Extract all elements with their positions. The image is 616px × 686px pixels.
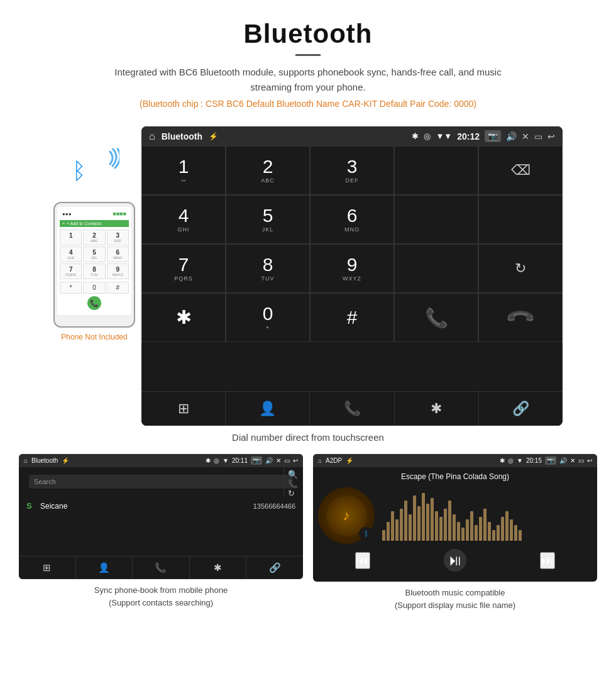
phonebook-screen: ⌂ Bluetooth ⚡ ✱ ◎ ▼ 20:11 📷 🔊 ✕ ▭ ↩ (19, 454, 303, 579)
dial-0: 0 (83, 282, 105, 294)
pb-back-icon[interactable]: ↩ (293, 457, 298, 464)
dial-key-star[interactable]: ✱ (141, 293, 226, 342)
dial-9: 9WXYZ (107, 263, 129, 279)
bluetooth-symbol: ᛒ (72, 158, 86, 184)
pb-win-icon[interactable]: ▭ (284, 457, 290, 464)
volume-icon[interactable]: 🔊 (506, 131, 517, 141)
pb-toolbar-contacts[interactable]: 👤 (76, 556, 133, 579)
dial-key-2[interactable]: 2ABC (226, 146, 310, 195)
dial-redial-cell[interactable]: ↻ (478, 244, 563, 293)
music-home-icon[interactable]: ⌂ (318, 457, 322, 464)
main-caption: Dial number direct from touchscreen (0, 432, 616, 443)
dial-key-1[interactable]: 1∾ (141, 146, 226, 195)
dial-star: * (60, 282, 82, 294)
dial-key-hash[interactable]: # (310, 293, 394, 342)
home-icon[interactable]: ⌂ (149, 131, 155, 142)
pb-cam-icon[interactable]: 📷 (251, 456, 262, 465)
dial-8: 8TUV (83, 263, 105, 279)
status-right: ✱ ◎ ▼▼ 20:12 📷 🔊 ✕ ▭ ↩ (412, 130, 555, 142)
usb-icon: ⚡ (209, 132, 218, 141)
ms-vol-icon[interactable]: 🔊 (559, 457, 567, 464)
dial-key-7[interactable]: 7PQRS (141, 244, 226, 293)
music-content: Escape (The Pina Colada Song) ♪ ᛒ (313, 467, 597, 582)
dial-key-0[interactable]: 0+ (226, 293, 310, 342)
ms-cam-icon[interactable]: 📷 (545, 456, 556, 465)
pb-close-icon[interactable]: ✕ (276, 457, 281, 464)
bottom-screenshots: ⌂ Bluetooth ⚡ ✱ ◎ ▼ 20:11 📷 🔊 ✕ ▭ ↩ (0, 454, 616, 624)
dial-4: 4GHI (60, 246, 82, 262)
pb-toolbar-bluetooth[interactable]: ✱ (190, 556, 247, 579)
bt-icon-small: ᛒ (364, 529, 368, 538)
camera-icon[interactable]: 📷 (485, 130, 501, 142)
bt-overlay-icon: ᛒ (359, 527, 373, 541)
music-controls: ⏮ ⏯ ⏭ (318, 544, 592, 577)
ms-back-icon[interactable]: ↩ (587, 457, 592, 464)
ms-time: 20:15 (526, 457, 542, 464)
phonebook-search-box[interactable]: Search (29, 475, 293, 489)
pb-vol-icon[interactable]: 🔊 (265, 457, 273, 464)
toolbar-dialpad[interactable]: ⊞ (141, 392, 226, 426)
dial-key-8[interactable]: 8TUV (226, 244, 310, 293)
dial-call-green[interactable]: 📞 (394, 293, 478, 342)
title-underline (295, 54, 321, 56)
dial-key-6[interactable]: 6MNO (310, 195, 394, 244)
toolbar-bluetooth[interactable]: ✱ (395, 392, 479, 426)
phonebook-home-icon[interactable]: ⌂ (24, 457, 28, 464)
location-icon: ◎ (424, 131, 431, 141)
dial-key-3[interactable]: 3DEF (310, 146, 394, 195)
phonebook-right-icons: 🔍 📞 ↻ (283, 467, 298, 496)
main-screen-section: ᛒ ●●● ■■■■ + + Add to Contacts (0, 126, 616, 426)
phone-call-button[interactable]: 📞 (87, 296, 101, 310)
status-time: 20:12 (457, 131, 480, 141)
music-screen: ⌂ A2DP ⚡ ✱ ◎ ▼ 20:15 📷 🔊 ✕ ▭ ↩ E (313, 454, 597, 582)
toolbar-contacts[interactable]: 👤 (226, 392, 310, 426)
music-waveform (382, 487, 592, 544)
music-note-icon: ♪ (343, 507, 350, 524)
phone-screen: ●●● ■■■■ + + Add to Contacts 1 2ABC 3DEF… (57, 207, 131, 315)
phonebook-contact-row[interactable]: S Seicane 13566664466 (19, 496, 303, 516)
back-icon[interactable]: ↩ (547, 131, 555, 141)
phonebook-status-right: ✱ ◎ ▼ 20:11 📷 🔊 ✕ ▭ ↩ (206, 456, 298, 465)
car-dialpad-screen: ⌂ Bluetooth ⚡ ✱ ◎ ▼▼ 20:12 📷 🔊 ✕ ▭ ↩ 1∾ (141, 126, 563, 426)
dial-call-red[interactable]: 📞 (478, 293, 563, 342)
dial-key-4[interactable]: 4GHI (141, 195, 226, 244)
pb-toolbar-calls[interactable]: 📞 (133, 556, 190, 579)
music-play-button[interactable]: ⏯ (444, 549, 466, 572)
pb-sig-icon: ▼ (223, 457, 229, 464)
ms-win-icon[interactable]: ▭ (578, 457, 584, 464)
window-icon[interactable]: ▭ (534, 131, 542, 141)
phone-green-bar: + + Add to Contacts (60, 220, 129, 227)
dial-display-empty-1 (394, 146, 478, 195)
phone-top-bar: ●●● ■■■■ (60, 209, 129, 218)
toolbar-link[interactable]: 🔗 (479, 392, 563, 426)
dialpad-grid: 1∾ 2ABC 3DEF ⌫ 4GHI 5JKL 6MNO (141, 146, 563, 391)
toolbar-calls[interactable]: 📞 (310, 392, 394, 426)
phone-illustration: ᛒ ●●● ■■■■ + + Add to Contacts (53, 145, 135, 341)
dial-backspace-cell[interactable]: ⌫ (478, 146, 563, 195)
phonebook-redial-icon[interactable]: ↻ (288, 489, 298, 498)
music-next-button[interactable]: ⏭ (540, 552, 555, 569)
bluetooth-wifi-graphic: ᛒ (69, 145, 119, 196)
pb-loc-icon: ◎ (214, 457, 219, 464)
pb-toolbar-link[interactable]: 🔗 (246, 556, 303, 579)
pb-bt-icon: ✱ (206, 457, 211, 464)
phonebook-caption: Sync phone-book from mobile phone (Suppo… (94, 584, 228, 609)
phonebook-screenshot-block: ⌂ Bluetooth ⚡ ✱ ◎ ▼ 20:11 📷 🔊 ✕ ▭ ↩ (19, 454, 303, 611)
pb-toolbar-dialpad[interactable]: ⊞ (19, 556, 76, 579)
dial-key-9[interactable]: 9WXYZ (310, 244, 394, 293)
music-prev-button[interactable]: ⏮ (355, 552, 370, 569)
music-screenshot-block: ⌂ A2DP ⚡ ✱ ◎ ▼ 20:15 📷 🔊 ✕ ▭ ↩ E (313, 454, 597, 611)
phonebook-search-icon[interactable]: 🔍 (288, 470, 298, 479)
car-status-bar: ⌂ Bluetooth ⚡ ✱ ◎ ▼▼ 20:12 📷 🔊 ✕ ▭ ↩ (141, 126, 563, 146)
dial-key-5[interactable]: 5JKL (226, 195, 310, 244)
signal-icon: ▼▼ (436, 131, 452, 141)
wifi-arcs-icon (91, 148, 119, 185)
page-title: Bluetooth (13, 19, 603, 49)
dial-1: 1 (60, 230, 82, 245)
phonebook-call-icon[interactable]: 📞 (288, 479, 298, 489)
music-title: A2DP (326, 457, 342, 464)
close-icon[interactable]: ✕ (522, 131, 529, 141)
car-toolbar: ⊞ 👤 📞 ✱ 🔗 (141, 391, 563, 426)
ms-close-icon[interactable]: ✕ (570, 457, 575, 464)
song-title: Escape (The Pina Colada Song) (401, 472, 509, 481)
